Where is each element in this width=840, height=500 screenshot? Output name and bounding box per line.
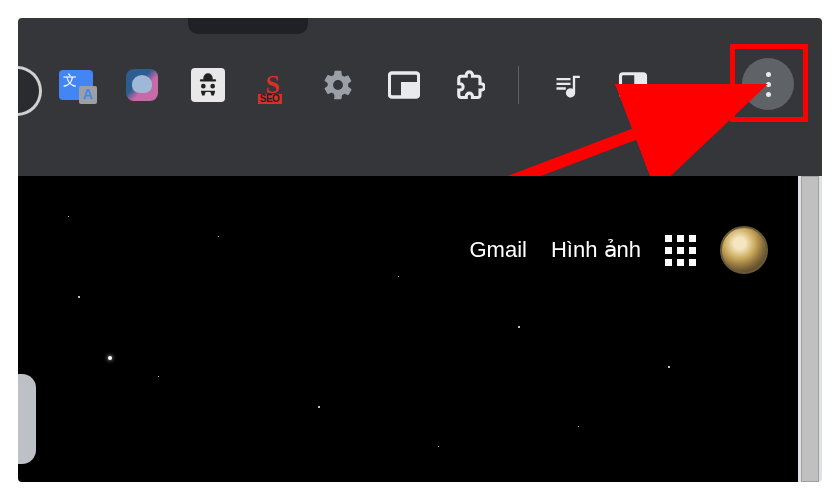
evernote-extension-icon[interactable] [124, 67, 160, 103]
screenshot-frame: S SEO [18, 18, 822, 482]
toolbar-divider [518, 66, 519, 104]
anonymous-extension-icon[interactable] [190, 67, 226, 103]
google-homepage: Gmail Hình ảnh [18, 176, 798, 482]
vertical-scrollbar[interactable] [798, 176, 822, 482]
active-tab-bottom [188, 18, 308, 34]
chrome-toolbar: S SEO [18, 18, 822, 176]
images-link[interactable]: Hình ảnh [551, 237, 641, 263]
google-nav-links: Gmail Hình ảnh [469, 226, 768, 274]
google-account-avatar[interactable] [720, 226, 768, 274]
more-vertical-icon [766, 72, 771, 77]
extensions-puzzle-icon[interactable] [452, 67, 488, 103]
svg-rect-3 [634, 74, 645, 97]
media-control-icon[interactable] [549, 67, 585, 103]
svg-rect-1 [403, 84, 418, 96]
sidebar-peek[interactable] [18, 374, 36, 464]
scrollbar-thumb[interactable] [801, 176, 819, 482]
seo-sub-label: SEO [258, 94, 282, 104]
chrome-more-menu-button[interactable] [742, 58, 794, 110]
extension-row: S SEO [58, 66, 651, 104]
profile-ring-partial[interactable] [18, 66, 42, 116]
side-panel-icon[interactable] [615, 67, 651, 103]
seoquake-extension-icon[interactable]: S SEO [256, 70, 290, 100]
page-content: Gmail Hình ảnh [18, 176, 822, 482]
google-translate-extension-icon[interactable] [58, 67, 94, 103]
picture-in-picture-extension-icon[interactable] [386, 67, 422, 103]
google-apps-icon[interactable] [665, 235, 696, 266]
settings-gear-extension-icon[interactable] [320, 67, 356, 103]
gmail-link[interactable]: Gmail [469, 237, 526, 263]
